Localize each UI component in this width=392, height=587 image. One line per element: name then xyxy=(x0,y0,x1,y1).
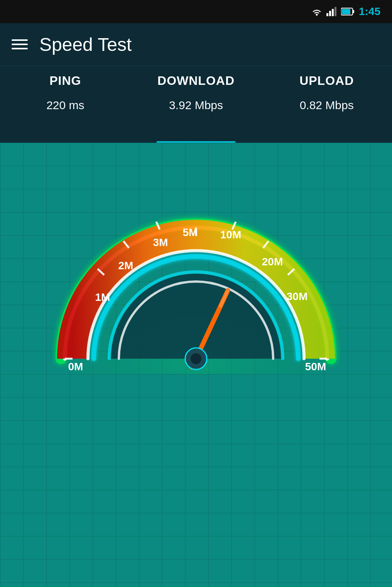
ping-label: PING xyxy=(49,74,81,88)
svg-rect-7 xyxy=(342,9,350,14)
wifi-icon xyxy=(311,7,323,16)
svg-rect-2 xyxy=(329,11,331,16)
signal-icon xyxy=(326,7,337,16)
speedometer-svg: 0M 1M 2M 3M 5M 10M 20M 30M 50M xyxy=(38,181,354,374)
status-time: 1:45 xyxy=(359,5,380,18)
svg-rect-1 xyxy=(326,13,328,16)
status-icons: 1:45 xyxy=(311,5,380,18)
gauge-label-10m: 10M xyxy=(220,229,241,241)
gauge-label-0m: 0M xyxy=(68,361,83,373)
status-bar: 1:45 xyxy=(0,0,392,23)
gauge-label-2m: 2M xyxy=(118,260,133,272)
stats-row: PING 220 ms DOWNLOAD 3.92 Mbps UPLOAD 0.… xyxy=(0,66,392,143)
ping-value: 220 ms xyxy=(46,99,84,112)
stat-download[interactable]: DOWNLOAD 3.92 Mbps xyxy=(131,66,262,143)
menu-button[interactable] xyxy=(12,39,28,49)
gauge-label-20m: 20M xyxy=(262,256,283,268)
svg-rect-4 xyxy=(335,7,336,16)
battery-icon xyxy=(341,7,355,16)
gauge-container: 0M 1M 2M 3M 5M 10M 20M 30M 50M xyxy=(38,181,354,374)
download-value: 3.92 Mbps xyxy=(169,99,223,112)
svg-point-0 xyxy=(316,14,318,16)
gauge-label-3m: 3M xyxy=(153,236,168,248)
gauge-label-50m: 50M xyxy=(305,361,326,373)
gauge-label-30m: 30M xyxy=(287,290,308,302)
stat-upload[interactable]: UPLOAD 0.82 Mbps xyxy=(261,66,392,143)
gauge-label-1m: 1M xyxy=(95,291,110,303)
stat-ping[interactable]: PING 220 ms xyxy=(0,66,131,143)
svg-rect-3 xyxy=(332,9,334,16)
gauge-label-5m: 5M xyxy=(183,226,198,238)
upload-value: 0.82 Mbps xyxy=(300,99,354,112)
upload-label: UPLOAD xyxy=(299,74,354,88)
download-label: DOWNLOAD xyxy=(157,74,235,88)
gauge-area: 0M 1M 2M 3M 5M 10M 20M 30M 50M xyxy=(0,143,392,587)
gauge-hub-inner xyxy=(191,353,201,364)
toolbar: Speed Test xyxy=(0,23,392,66)
app-title: Speed Test xyxy=(39,34,132,55)
svg-rect-6 xyxy=(353,10,354,13)
